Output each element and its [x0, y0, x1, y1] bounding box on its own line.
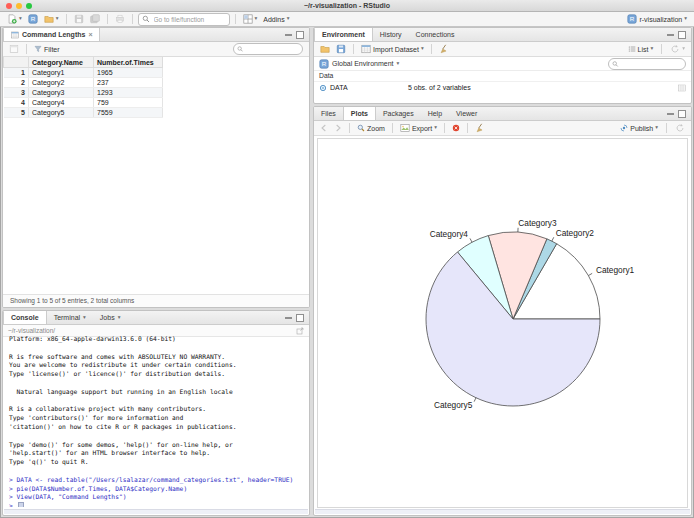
refresh-plot-button[interactable]	[673, 122, 687, 134]
export-plot-button[interactable]: Export ▾	[398, 122, 439, 134]
object-description: 5 obs. of 2 variables	[408, 84, 471, 91]
popout-view-button[interactable]	[7, 43, 21, 55]
maximize-pane-button[interactable]	[678, 31, 686, 39]
console-line: Type 'demo()' for some demos, 'help()' f…	[9, 441, 309, 450]
zoom-window-button[interactable]	[26, 3, 32, 9]
addins-button[interactable]: Addins ▾	[261, 15, 291, 24]
close-window-button[interactable]	[6, 3, 12, 9]
console-popout-icon[interactable]	[296, 327, 304, 335]
tab-jobs[interactable]: Jobs ▾	[93, 311, 128, 324]
console-line: Type 'contributors()' for more informati…	[9, 414, 309, 423]
column-header-category-name[interactable]: Category.Name	[29, 57, 94, 68]
goto-file-input[interactable]	[152, 15, 226, 24]
project-caret-icon: ▾	[684, 16, 687, 22]
clear-all-plots-button[interactable]	[473, 122, 487, 134]
console-line	[9, 379, 309, 388]
console-line: Type 'license()' or 'licence()' for dist…	[9, 370, 309, 379]
new-project-button[interactable]: R	[26, 13, 40, 25]
console-line	[9, 397, 309, 406]
tab-environment[interactable]: Environment	[314, 28, 373, 41]
open-file-button[interactable]: ▾	[42, 13, 61, 25]
zoom-label: Zoom	[367, 125, 385, 132]
save-all-icon	[90, 14, 100, 24]
load-workspace-button[interactable]	[318, 43, 332, 55]
print-button[interactable]	[113, 13, 127, 25]
environment-search-input[interactable]	[621, 59, 682, 68]
refresh-environment-button[interactable]: ▾	[668, 43, 687, 55]
minimize-pane-button[interactable]	[667, 113, 674, 115]
save-all-button[interactable]	[88, 13, 102, 25]
publish-button[interactable]: Publish ▾	[618, 123, 660, 133]
minimize-pane-button[interactable]	[285, 34, 292, 36]
console-line: Type 'q()' to quit R.	[9, 458, 309, 467]
minimize-pane-button[interactable]	[667, 34, 674, 36]
workspace-panes-button[interactable]: ▾	[241, 13, 260, 25]
close-tab-icon[interactable]: ×	[88, 31, 92, 38]
environment-object-row[interactable]: DATA 5 obs. of 2 variables	[314, 82, 691, 93]
view-table-icon[interactable]	[678, 84, 686, 92]
console-line: >	[9, 502, 309, 507]
object-name[interactable]: DATA	[330, 84, 405, 91]
console-line	[9, 344, 309, 353]
save-button[interactable]	[72, 13, 86, 25]
tab-terminal[interactable]: Terminal ▾	[47, 311, 93, 324]
global-env-icon: R	[319, 59, 329, 69]
viewer-search-input[interactable]	[245, 45, 299, 54]
remove-plot-button[interactable]	[450, 123, 462, 133]
pie-chart: Category1Category2Category3Category4Cate…	[318, 139, 687, 513]
clear-environment-button[interactable]	[437, 43, 451, 55]
tab-help[interactable]: Help	[421, 107, 449, 120]
export-label: Export	[412, 125, 432, 132]
corner-header-cell[interactable]	[4, 57, 29, 68]
plots-hscrollbar[interactable]	[315, 509, 690, 514]
broom-icon	[439, 44, 449, 54]
broom-icon	[475, 123, 485, 133]
maximize-pane-button[interactable]	[296, 314, 304, 322]
environment-panel: Environment History Connections Import D…	[313, 27, 692, 104]
console-line: Natural language support but running in …	[9, 388, 309, 397]
open-folder-icon	[44, 14, 54, 24]
maximize-pane-button[interactable]	[678, 110, 686, 118]
save-workspace-button[interactable]	[334, 43, 348, 55]
tab-connections[interactable]: Connections	[409, 28, 462, 41]
console-output[interactable]: Platform: x86_64-apple-darwin13.6.0 (64-…	[3, 334, 309, 507]
import-table-icon	[361, 44, 371, 54]
tab-console[interactable]: Console	[3, 311, 47, 324]
project-menu-button[interactable]: R r-visualization ▾	[625, 13, 689, 25]
next-plot-button[interactable]	[332, 123, 344, 133]
column-header-number-of-times[interactable]: Number.of.Times	[94, 57, 163, 68]
import-dataset-label: Import Dataset	[373, 46, 419, 53]
tab-history[interactable]: History	[373, 28, 409, 41]
minimize-pane-button[interactable]	[285, 317, 292, 319]
new-file-button[interactable]: ▾	[5, 13, 24, 25]
publish-label: Publish	[630, 125, 653, 132]
maximize-pane-button[interactable]	[296, 31, 304, 39]
zoom-plot-button[interactable]: Zoom	[355, 123, 387, 133]
import-dataset-button[interactable]: Import Dataset ▾	[359, 43, 426, 55]
addins-caret-icon: ▾	[287, 16, 290, 22]
previous-plot-button[interactable]	[318, 123, 330, 133]
environment-section-label: Data	[314, 71, 691, 82]
console-line	[9, 432, 309, 441]
minimize-window-button[interactable]	[16, 3, 22, 9]
console-line: R is a collaborative project with many c…	[9, 405, 309, 414]
environment-scope-row: R Global Environment ▾	[314, 57, 691, 71]
scope-selector[interactable]: Global Environment	[332, 60, 393, 67]
tab-files[interactable]: Files	[314, 107, 343, 120]
tab-command-lengths[interactable]: Command Lengths ×	[3, 28, 100, 41]
tab-viewer[interactable]: Viewer	[449, 107, 484, 120]
tab-plots[interactable]: Plots	[343, 107, 376, 120]
viewer-search-box	[233, 43, 303, 55]
table-row: 3Category31293	[4, 88, 163, 98]
environment-search-box	[608, 58, 686, 70]
console-working-directory: ~/r-visualization/	[8, 327, 55, 334]
pie-label-Category5: Category5	[434, 400, 473, 410]
console-line: > DATA <- read.table("/Users/lsalazar/co…	[9, 476, 309, 485]
pie-label-Category1: Category1	[596, 265, 635, 275]
tab-packages[interactable]: Packages	[376, 107, 421, 120]
remove-plot-icon	[452, 124, 460, 132]
search-icon	[237, 45, 243, 53]
filter-button[interactable]: Filter	[32, 44, 62, 54]
console-hscrollbar[interactable]	[4, 509, 308, 514]
list-view-button[interactable]: List ▾	[626, 44, 656, 54]
